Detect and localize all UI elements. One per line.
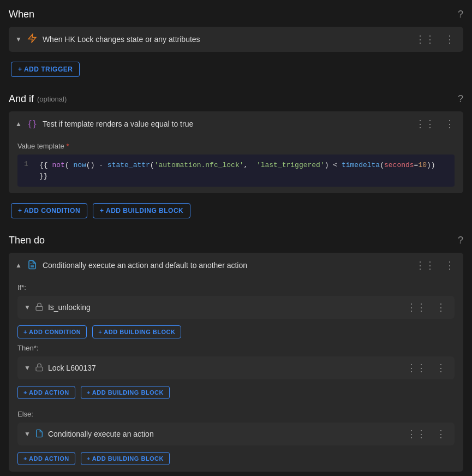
is-unlocking-icon: [35, 302, 44, 313]
then-do-more-icon[interactable]: ⋮: [443, 258, 457, 272]
lock-inner-card: ▼ Lock L600137 ⋮⋮ ⋮: [17, 356, 455, 379]
condition-card-actions: ⋮⋮ ⋮: [412, 117, 457, 131]
and-if-subtitle: (optional): [37, 95, 67, 103]
trigger-title: When HK Lock changes state or any attrib…: [43, 35, 200, 44]
is-unlocking-more-icon[interactable]: ⋮: [434, 300, 448, 314]
then-do-action-title: Conditionally execute an action and defa…: [43, 261, 247, 270]
else-inner-header: ▼ Conditionally execute an action ⋮⋮: [17, 423, 455, 445]
else-grid-icon[interactable]: ⋮⋮: [403, 427, 429, 441]
condition-inner-header: ▼ Is_unlocking ⋮⋮ ⋮: [17, 296, 455, 319]
if-add-building-block-button[interactable]: + ADD BUILDING BLOCK: [92, 325, 181, 338]
and-if-help-icon[interactable]: ?: [458, 93, 463, 105]
line-number: 1: [24, 160, 33, 168]
and-if-header: And if (optional) ?: [9, 93, 463, 105]
trigger-chevron-icon[interactable]: ▼: [15, 35, 22, 43]
condition-inner-card: ▼ Is_unlocking ⋮⋮ ⋮: [17, 296, 455, 319]
if-add-condition-row: + ADD CONDITION + ADD BUILDING BLOCK: [17, 322, 455, 342]
add-condition-row: + ADD CONDITION + ADD BUILDING BLOCK: [9, 198, 463, 224]
required-star: *: [64, 142, 69, 150]
else-action-actions: ⋮⋮ ⋮: [403, 427, 448, 441]
else-inner-content: ▼ Conditionally execute an action: [24, 429, 403, 439]
then-do-title: Then do: [9, 235, 45, 246]
else-add-action-row: + ADD ACTION + ADD BUILDING BLOCK: [17, 449, 455, 465]
condition-chevron-icon[interactable]: ▲: [15, 120, 22, 128]
is-unlocking-label: Is_unlocking: [48, 303, 91, 312]
then-do-header: Then do ?: [9, 235, 463, 246]
then-do-help-icon[interactable]: ?: [458, 235, 463, 246]
then-block: Then*: ▼ Lock L600137: [9, 342, 463, 402]
else-label: Else:: [17, 410, 455, 418]
is-unlocking-chevron[interactable]: ▼: [24, 304, 31, 311]
if-label: If*:: [17, 283, 455, 291]
condition-card-inner: ▲ {} Test if template renders a value eq…: [15, 119, 412, 129]
add-building-block-button[interactable]: + ADD BUILDING BLOCK: [93, 203, 190, 218]
lock-inner-content: ▼ Lock L600137: [24, 363, 403, 373]
lock-more-icon[interactable]: ⋮: [434, 361, 448, 375]
else-more-icon[interactable]: ⋮: [434, 427, 448, 441]
then-do-grid-icon[interactable]: ⋮⋮: [412, 258, 438, 272]
else-add-building-block-button[interactable]: + ADD BUILDING BLOCK: [81, 452, 170, 465]
then-add-action-button[interactable]: + ADD ACTION: [17, 386, 75, 399]
condition-inner-content: ▼ Is_unlocking: [24, 302, 403, 313]
condition-card: ▲ {} Test if template renders a value eq…: [9, 111, 463, 193]
condition-more-icon[interactable]: ⋮: [443, 117, 457, 131]
is-unlocking-grid-icon[interactable]: ⋮⋮: [403, 300, 429, 314]
lock-chevron[interactable]: ▼: [24, 364, 31, 372]
condition-title: Test if template renders a value equal t…: [43, 120, 193, 128]
value-template-label: Value template *: [17, 142, 455, 150]
code-content: {{ not( now() - state_attr('automation.n…: [39, 160, 448, 181]
then-label: Then*:: [17, 344, 455, 352]
if-block: If*: ▼ Is_unlocking: [9, 278, 463, 342]
trigger-more-icon[interactable]: ⋮: [443, 32, 457, 46]
when-section: When ? ▼ When HK Lock changes state or a…: [9, 9, 463, 82]
then-do-card-header: ▲ Conditionally execute an action and de…: [9, 253, 463, 278]
lock-action-label: Lock L600137: [48, 364, 96, 372]
page-container: When ? ▼ When HK Lock changes state or a…: [0, 0, 472, 476]
code-block: 1 {{ not( now() - state_attr('automation…: [17, 154, 455, 187]
then-do-card: ▲ Conditionally execute an action and de…: [9, 253, 463, 472]
svg-rect-3: [36, 306, 43, 310]
trigger-type-icon: [27, 33, 37, 45]
condition-type-icon: {}: [27, 119, 37, 129]
then-do-chevron-icon[interactable]: ▲: [15, 261, 22, 269]
else-block: Else: ▼ Conditionally execute an act: [9, 402, 463, 472]
then-do-section: Then do ? ▲ Conditionall: [9, 235, 463, 472]
else-action-label: Conditionally execute an action: [48, 430, 154, 438]
else-chevron[interactable]: ▼: [24, 430, 31, 438]
is-unlocking-actions: ⋮⋮ ⋮: [403, 300, 448, 314]
and-if-section: And if (optional) ? ▲ {} Test if templat…: [9, 93, 463, 224]
condition-body: Value template * 1 {{ not( now() - state…: [9, 136, 463, 193]
svg-rect-4: [36, 367, 43, 371]
then-do-action-icon: [27, 260, 37, 271]
then-do-card-inner: ▲ Conditionally execute an action and de…: [15, 260, 412, 271]
trigger-card: ▼ When HK Lock changes state or any attr…: [9, 27, 463, 52]
then-add-action-row: + ADD ACTION + ADD BUILDING BLOCK: [17, 383, 455, 402]
trigger-grid-icon[interactable]: ⋮⋮: [412, 32, 438, 46]
if-add-condition-button[interactable]: + ADD CONDITION: [17, 325, 87, 338]
when-title: When: [9, 9, 34, 20]
then-do-card-actions: ⋮⋮ ⋮: [412, 258, 457, 272]
lock-grid-icon[interactable]: ⋮⋮: [403, 361, 429, 375]
condition-grid-icon[interactable]: ⋮⋮: [412, 117, 438, 131]
trigger-card-header: ▼ When HK Lock changes state or any attr…: [9, 27, 463, 52]
lock-action-icon: [35, 363, 44, 373]
lock-action-actions: ⋮⋮ ⋮: [403, 361, 448, 375]
then-add-building-block-button[interactable]: + ADD BUILDING BLOCK: [81, 386, 170, 399]
trigger-card-actions: ⋮⋮ ⋮: [412, 32, 457, 46]
condition-card-header: ▲ {} Test if template renders a value eq…: [9, 111, 463, 136]
else-add-action-button[interactable]: + ADD ACTION: [17, 452, 75, 465]
add-condition-button[interactable]: + ADD CONDITION: [11, 203, 87, 218]
add-trigger-button[interactable]: + ADD TRIGGER: [11, 62, 80, 77]
when-help-icon[interactable]: ?: [458, 9, 463, 20]
else-inner-card: ▼ Conditionally execute an action ⋮⋮: [17, 423, 455, 445]
else-action-icon: [35, 429, 44, 439]
trigger-card-inner: ▼ When HK Lock changes state or any attr…: [15, 33, 412, 45]
svg-marker-0: [28, 34, 36, 43]
and-if-title: And if: [9, 93, 34, 105]
when-header: When ?: [9, 9, 463, 20]
lock-inner-header: ▼ Lock L600137 ⋮⋮ ⋮: [17, 356, 455, 379]
add-trigger-row: + ADD TRIGGER: [9, 56, 463, 82]
